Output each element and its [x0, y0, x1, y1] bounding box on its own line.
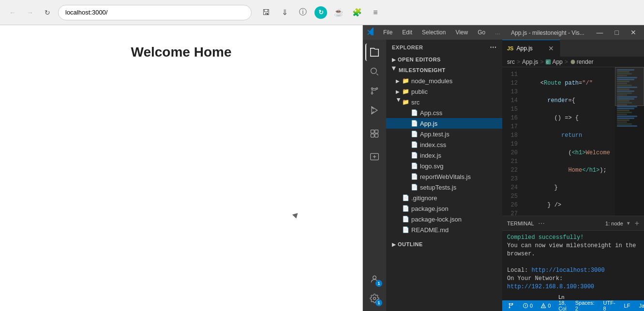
language-label: JavaScript	[639, 303, 644, 309]
tree-item-package-json[interactable]: 📄 package.json	[386, 203, 502, 214]
folder-public-icon: 📁	[402, 88, 409, 95]
compiled-success: Compiled successfully!	[507, 234, 584, 241]
milestoneight-arrow: ▶	[391, 66, 397, 74]
spaces-status[interactable]: Spaces: 2	[573, 300, 597, 311]
local-url[interactable]: http://localhost:3000	[531, 267, 604, 274]
tree-item-package-lock-json[interactable]: 📄 package-lock.json	[386, 214, 502, 224]
terminal-session-label: 1: node	[605, 221, 623, 226]
milestoneight-section[interactable]: ▶ MILESTONEIGHT	[386, 65, 502, 75]
code-area: 111213141516 171819202122 232425262728 2…	[502, 67, 644, 216]
tree-item-src[interactable]: ▶ 📁 src	[386, 97, 502, 107]
tree-item-app-css[interactable]: 📄 App.css	[386, 107, 502, 118]
language-status[interactable]: JavaScript	[637, 303, 644, 309]
tree-item-logo-svg[interactable]: 📄 logo.svg	[386, 161, 502, 171]
browser-forward-button[interactable]: →	[23, 6, 37, 19]
shield-button[interactable]: ☕	[332, 6, 345, 19]
minimize-button[interactable]: —	[593, 29, 607, 36]
svg-point-0	[371, 68, 377, 74]
eol-label: LF	[624, 303, 630, 309]
sidebar-item-remote[interactable]	[366, 148, 383, 165]
errors-status[interactable]: 0	[521, 303, 535, 309]
file-app-test-icon: 📄	[410, 130, 418, 138]
cursor-position-status[interactable]: Ln 18, Col 27	[556, 294, 569, 311]
tab-app-js[interactable]: JS App.js ✕	[502, 40, 560, 57]
sidebar-item-account[interactable]: 1	[366, 270, 383, 288]
network-url[interactable]: http://192.168.8.100:3000	[507, 283, 594, 290]
menu-file[interactable]: File	[380, 28, 395, 37]
window-title: App.js - milestoneight - Vis...	[511, 30, 584, 36]
breadcrumb-app-class[interactable]: C App	[545, 59, 562, 65]
terminal-options-button[interactable]: ⋯	[538, 220, 545, 227]
sidebar-item-settings[interactable]: 1	[366, 290, 383, 307]
tree-item-gitignore[interactable]: 📄 .gitignore	[386, 193, 502, 203]
download-button[interactable]: ⇓	[278, 6, 291, 19]
menu-selection[interactable]: Selection	[419, 28, 449, 37]
terminal-session-select[interactable]: 1: node ▼	[605, 221, 631, 226]
sidebar-item-run[interactable]	[366, 102, 383, 119]
tab-close-button[interactable]: ✕	[547, 44, 555, 52]
tree-item-readme[interactable]: 📄 README.md	[386, 224, 502, 235]
outline-section[interactable]: ▶ OUTLINE	[386, 239, 502, 250]
pocket-button[interactable]: 🖫	[259, 6, 273, 19]
encoding-status[interactable]: UTF-8	[601, 300, 617, 311]
minimap	[615, 67, 644, 216]
tree-item-app-js[interactable]: 📄 App.js	[386, 118, 502, 129]
svg-point-2	[371, 88, 373, 89]
svg-point-12	[373, 276, 376, 279]
terminal-add-button[interactable]: +	[635, 220, 639, 227]
tree-item-index-js[interactable]: 📄 index.js	[386, 150, 502, 161]
browser-menu-button[interactable]: ≡	[369, 6, 382, 19]
info-button[interactable]: ⓘ	[296, 6, 310, 19]
browser-toolbar: ← → ↻ 🖫 ⇓ ⓘ ↻ ☕ 🧩 ≡	[0, 0, 644, 25]
menu-go[interactable]: Go	[475, 28, 488, 37]
outline-arrow: ▶	[390, 242, 398, 247]
eol-status[interactable]: LF	[622, 303, 632, 309]
settings-badge: 1	[375, 299, 382, 306]
file-report-icon: 📄	[410, 173, 418, 180]
file-index-js-icon: 📄	[410, 151, 418, 159]
src-arrow: ▶	[394, 98, 402, 106]
maximize-button[interactable]: □	[611, 29, 623, 36]
breadcrumb-appjs[interactable]: App.js	[522, 59, 538, 65]
sidebar-item-git[interactable]	[366, 82, 383, 100]
svg-point-13	[374, 297, 376, 300]
file-app-css-icon: 📄	[410, 109, 418, 117]
terminal-dropdown-icon: ▼	[626, 221, 631, 226]
tree-item-setup-tests[interactable]: 📄 setupTests.js	[386, 182, 502, 193]
close-button[interactable]: ✕	[627, 29, 640, 36]
open-editors-section[interactable]: ▶ OPEN EDITORS	[386, 54, 502, 65]
svg-rect-5	[371, 130, 374, 133]
sidebar-item-explorer[interactable]	[365, 44, 383, 61]
explorer-panel: EXPLORER ⋯ ▶ OPEN EDITORS ▶ MILESTONEIGH…	[386, 40, 502, 311]
breadcrumb-src[interactable]: src	[507, 59, 515, 65]
svg-point-18	[509, 303, 510, 305]
public-arrow: ▶	[394, 88, 402, 95]
tree-item-index-css[interactable]: 📄 index.css	[386, 139, 502, 150]
file-setup-tests-icon: 📄	[410, 183, 418, 191]
line-numbers: 111213141516 171819202122 232425262728 2…	[502, 67, 522, 216]
menu-more[interactable]: ...	[492, 28, 503, 37]
warnings-status[interactable]: 0	[539, 303, 553, 309]
menu-view[interactable]: View	[452, 28, 471, 37]
activity-bar: 1 1	[363, 40, 386, 311]
editor-tabs: JS App.js ✕	[502, 40, 644, 57]
url-bar[interactable]	[58, 5, 252, 20]
explorer-header: EXPLORER ⋯	[386, 40, 502, 54]
sidebar-item-search[interactable]	[366, 63, 383, 80]
menu-edit[interactable]: Edit	[399, 28, 415, 37]
git-branch-status[interactable]	[506, 303, 517, 309]
code-content[interactable]: <Route path="/" render={ () => { return …	[522, 67, 615, 216]
tree-item-public[interactable]: ▶ 📁 public	[386, 86, 502, 97]
open-editors-arrow: ▶	[390, 57, 398, 62]
sidebar-item-extensions[interactable]	[366, 125, 383, 142]
explorer-menu-icon[interactable]: ⋯	[490, 44, 497, 51]
tree-item-node-modules[interactable]: ▶ 📁 node_modules	[386, 75, 502, 86]
extensions-browser-button[interactable]: 🧩	[350, 6, 364, 19]
browser-back-button[interactable]: ←	[6, 6, 19, 19]
tree-item-app-test-js[interactable]: 📄 App.test.js	[386, 129, 502, 139]
sync-button[interactable]: ↻	[315, 6, 327, 19]
terminal-tabs: TERMINAL ⋯ 1: node ▼ +	[502, 216, 644, 231]
tree-item-report-web-vitals[interactable]: 📄 reportWebVitals.js	[386, 171, 502, 182]
browser-reload-button[interactable]: ↻	[41, 6, 54, 19]
breadcrumb-render[interactable]: render	[570, 59, 594, 65]
